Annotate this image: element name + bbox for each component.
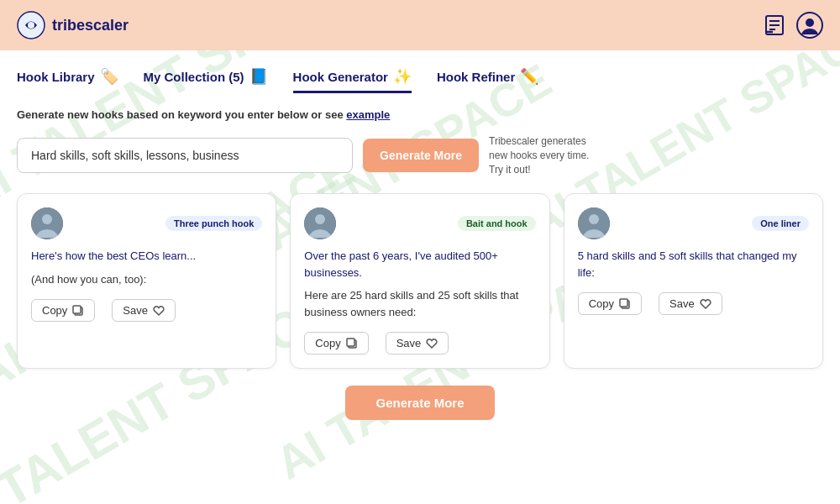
logo: tribescaler xyxy=(17,11,129,39)
svg-rect-16 xyxy=(347,339,354,346)
avatar-image xyxy=(31,207,63,239)
svg-point-1 xyxy=(28,22,34,29)
card-3-copy-button[interactable]: Copy xyxy=(578,292,642,315)
hook-generator-icon: ✨ xyxy=(393,67,412,86)
main-content: Hook Library 🏷️ My Collection (5) 📘 Hook… xyxy=(0,50,840,420)
card-2-header: Bait and hook xyxy=(304,207,535,239)
avatar-image-3 xyxy=(578,207,610,239)
copy-icon xyxy=(72,305,84,317)
cards-row: Three punch hook Here's how the best CEO… xyxy=(17,193,823,369)
input-row: Generate More Tribescaler generates new … xyxy=(17,134,823,176)
tab-my-collection[interactable]: My Collection (5) 📘 xyxy=(144,67,268,93)
card-3-save-button[interactable]: Save xyxy=(659,292,722,315)
card-1-badge: Three punch hook xyxy=(165,216,262,231)
svg-point-8 xyxy=(806,18,814,27)
card-1-text-primary: Here's how the best CEOs learn... xyxy=(31,248,262,265)
heart-icon xyxy=(153,305,165,317)
hook-library-icon: 🏷️ xyxy=(100,67,118,86)
user-button[interactable] xyxy=(796,12,823,39)
card-2-save-button[interactable]: Save xyxy=(386,332,449,354)
tab-hook-library[interactable]: Hook Library 🏷️ xyxy=(17,67,118,93)
svg-point-10 xyxy=(42,214,52,224)
card-3-actions: Copy Save xyxy=(578,292,809,315)
copy-icon-2 xyxy=(346,338,358,349)
card-3-avatar xyxy=(578,207,610,239)
tab-hook-refiner[interactable]: Hook Refiner ✏️ xyxy=(437,67,538,93)
hook-library-label: Hook Library xyxy=(17,70,95,84)
hook-generator-label: Hook Generator xyxy=(293,70,388,84)
card-3-header: One liner xyxy=(578,207,809,239)
card-2-copy-button[interactable]: Copy xyxy=(304,332,368,354)
card-1-actions: Copy Save xyxy=(31,299,262,322)
card-1-text-secondary: (And how you can, too): xyxy=(31,271,262,288)
hook-refiner-icon: ✏️ xyxy=(520,67,538,86)
subtitle: Generate new hooks based on keyword you … xyxy=(17,108,823,121)
keyword-input[interactable] xyxy=(17,138,353,173)
logo-text: tribescaler xyxy=(52,17,129,34)
copy-icon-3 xyxy=(619,298,631,310)
card-1-header: Three punch hook xyxy=(31,207,262,239)
avatar-image-2 xyxy=(304,207,336,239)
header-actions xyxy=(763,12,823,39)
heart-icon-2 xyxy=(426,338,438,349)
tab-hook-generator[interactable]: Hook Generator ✨ xyxy=(293,67,412,93)
card-1-avatar xyxy=(31,207,63,239)
hook-refiner-label: Hook Refiner xyxy=(437,70,515,84)
svg-point-18 xyxy=(589,214,599,224)
card-2-text-secondary: Here are 25 hard skills and 25 soft skil… xyxy=(304,287,535,320)
card-1-save-button[interactable]: Save xyxy=(112,299,176,322)
card-2-avatar xyxy=(304,207,336,239)
card-3-badge: One liner xyxy=(752,216,809,231)
card-3: One liner 5 hard skills and 5 soft skill… xyxy=(564,193,823,369)
notes-button[interactable] xyxy=(763,13,786,37)
user-icon xyxy=(796,12,823,39)
card-2-actions: Copy Save xyxy=(304,332,535,354)
tabs-nav: Hook Library 🏷️ My Collection (5) 📘 Hook… xyxy=(17,67,823,93)
bottom-row: Generate More xyxy=(17,386,823,420)
my-collection-icon: 📘 xyxy=(249,67,268,86)
svg-point-14 xyxy=(315,214,325,224)
card-1-copy-button[interactable]: Copy xyxy=(31,299,95,322)
notes-icon xyxy=(763,13,786,37)
card-2-badge: Bait and hook xyxy=(458,216,536,231)
my-collection-label: My Collection (5) xyxy=(144,70,244,84)
example-link[interactable]: example xyxy=(346,108,390,121)
svg-rect-12 xyxy=(73,306,81,313)
card-2: Bait and hook Over the past 6 years, I'v… xyxy=(290,193,549,369)
svg-rect-20 xyxy=(620,299,627,307)
card-2-text-primary: Over the past 6 years, I've audited 500+… xyxy=(304,248,535,281)
card-1: Three punch hook Here's how the best CEO… xyxy=(17,193,276,369)
bottom-generate-button[interactable]: Generate More xyxy=(345,386,494,420)
tooltip-text: Tribescaler generates new hooks every ti… xyxy=(489,134,598,176)
heart-icon-3 xyxy=(700,298,711,310)
header: tribescaler xyxy=(0,0,840,50)
card-3-text-primary: 5 hard skills and 5 soft skills that cha… xyxy=(578,248,809,281)
generate-more-button[interactable]: Generate More xyxy=(363,139,479,172)
logo-icon xyxy=(17,11,45,39)
